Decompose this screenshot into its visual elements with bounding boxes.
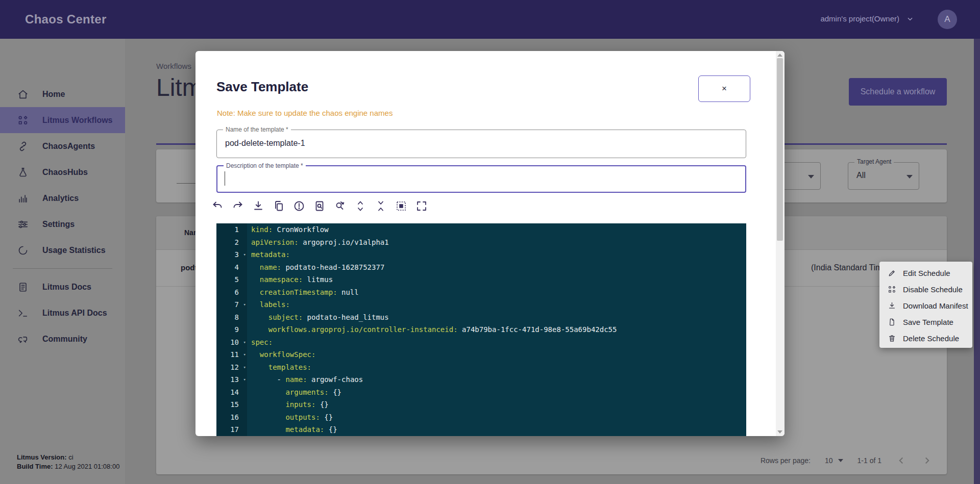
menu-item-delete-schedule[interactable]: Delete Schedule xyxy=(879,330,972,346)
line-number: 9 xyxy=(216,323,247,336)
fold-arrow-icon[interactable]: ▾ xyxy=(243,348,246,361)
line-number: 2 xyxy=(216,236,247,249)
modal-scrollbar[interactable] xyxy=(776,51,785,436)
menu-item-label: Download Manifest xyxy=(903,301,968,310)
template-name-value: pod-delete-template-1 xyxy=(225,139,305,148)
template-description-field[interactable]: Description of the template * xyxy=(216,165,746,193)
editor-line: 1kind: CronWorkflow xyxy=(216,223,746,236)
line-number: 10▾ xyxy=(216,336,247,349)
undo-button[interactable] xyxy=(211,200,224,212)
editor-toolbar xyxy=(211,200,428,212)
line-number: 4 xyxy=(216,261,247,274)
yaml-editor[interactable]: 1kind: CronWorkflow2apiVersion: argoproj… xyxy=(216,223,746,436)
editor-line: 17 metadata: {} xyxy=(216,423,746,436)
line-number: 11▾ xyxy=(216,348,247,361)
fold-arrow-icon[interactable]: ▾ xyxy=(243,248,246,261)
fold-all-button[interactable] xyxy=(375,200,387,212)
scroll-up-icon[interactable] xyxy=(777,54,782,57)
editor-line: 9 workflows.argoproj.io/controller-insta… xyxy=(216,323,746,336)
line-number: 12▾ xyxy=(216,361,247,374)
file-icon xyxy=(888,318,896,326)
line-number: 17 xyxy=(216,423,247,436)
editor-line: 13▾ - name: argowf-chaos xyxy=(216,373,746,386)
modal-note: Note: Make sure to update the chaos engi… xyxy=(217,109,393,117)
editor-line: 16 outputs: {} xyxy=(216,411,746,424)
app-root: Chaos Center admin's project(Owner) A Ho… xyxy=(0,0,980,484)
editor-line: 11▾ workflowSpec: xyxy=(216,348,746,361)
text-cursor xyxy=(225,171,225,186)
fold-arrow-icon[interactable]: ▾ xyxy=(243,336,246,349)
line-number: 13▾ xyxy=(216,373,247,386)
line-number: 6 xyxy=(216,286,247,299)
line-number: 1 xyxy=(216,223,247,236)
close-icon: × xyxy=(722,84,727,93)
copy-button[interactable] xyxy=(273,200,285,212)
select-all-button[interactable] xyxy=(395,200,407,212)
editor-line: 14 arguments: {} xyxy=(216,386,746,399)
editor-line: 5 namespace: litmus xyxy=(216,273,746,286)
save-template-modal: Save Template × Note: Make sure to updat… xyxy=(195,51,785,436)
template-name-label: Name of the template * xyxy=(223,126,291,133)
editor-line: 2apiVersion: argoproj.io/v1alpha1 xyxy=(216,236,746,249)
menu-item-edit-schedule[interactable]: Edit Schedule xyxy=(879,265,972,281)
delete-icon xyxy=(888,334,896,343)
error-info-button[interactable] xyxy=(293,200,305,212)
edit-icon xyxy=(888,269,896,277)
modal-scrollbar-thumb[interactable] xyxy=(777,58,783,241)
editor-line: 10▾spec: xyxy=(216,336,746,349)
template-name-field[interactable]: Name of the template * pod-delete-templa… xyxy=(216,130,746,158)
editor-line: 15 inputs: {} xyxy=(216,398,746,411)
line-number: 7▾ xyxy=(216,298,247,311)
editor-line: 6 creationTimestamp: null xyxy=(216,286,746,299)
editor-line: 7▾ labels: xyxy=(216,298,746,311)
fold-arrow-icon[interactable]: ▾ xyxy=(243,373,246,386)
menu-item-save-template[interactable]: Save Template xyxy=(879,314,972,330)
editor-line: 3▾metadata: xyxy=(216,248,746,261)
find-replace-button[interactable] xyxy=(334,200,346,212)
close-button[interactable]: × xyxy=(698,75,750,102)
schedule-context-menu: Edit ScheduleDisable ScheduleDownload Ma… xyxy=(879,262,972,348)
menu-item-label: Edit Schedule xyxy=(903,269,950,277)
fold-arrow-icon[interactable]: ▾ xyxy=(243,361,246,374)
page-scrollbar[interactable] xyxy=(974,39,980,484)
line-number: 5 xyxy=(216,273,247,286)
download-button[interactable] xyxy=(252,200,264,212)
fullscreen-button[interactable] xyxy=(415,200,428,212)
menu-item-label: Save Template xyxy=(903,318,953,326)
menu-item-disable-schedule[interactable]: Disable Schedule xyxy=(879,281,972,297)
editor-line: 12▾ templates: xyxy=(216,361,746,374)
unfold-all-button[interactable] xyxy=(354,200,366,212)
find-in-document-button[interactable] xyxy=(313,200,326,212)
line-number: 14 xyxy=(216,386,247,399)
line-number: 8 xyxy=(216,311,247,324)
menu-item-download-manifest[interactable]: Download Manifest xyxy=(879,297,972,314)
line-number: 15 xyxy=(216,398,247,411)
fold-arrow-icon[interactable]: ▾ xyxy=(243,298,246,311)
editor-line: 4 name: podtato-head-1628752377 xyxy=(216,261,746,274)
editor-line: 8 subject: podtato-head_litmus xyxy=(216,311,746,324)
workflows-icon xyxy=(888,285,896,294)
line-number: 16 xyxy=(216,411,247,424)
template-description-label: Description of the template * xyxy=(224,162,306,169)
scroll-down-icon[interactable] xyxy=(777,430,782,434)
menu-item-label: Disable Schedule xyxy=(903,285,963,294)
modal-title: Save Template xyxy=(216,79,308,95)
redo-button[interactable] xyxy=(232,200,244,212)
line-number: 3▾ xyxy=(216,248,247,261)
menu-item-label: Delete Schedule xyxy=(903,334,959,343)
download-icon xyxy=(888,301,896,310)
